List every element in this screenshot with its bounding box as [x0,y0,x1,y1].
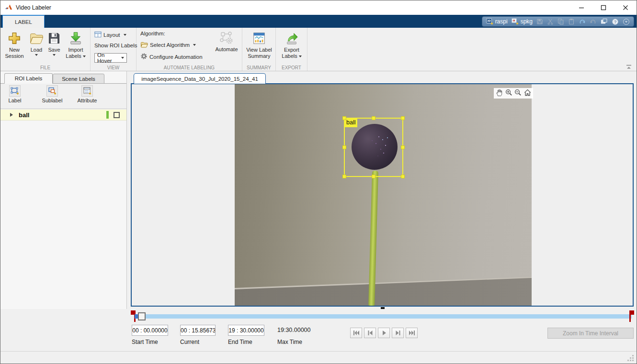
start-time-input[interactable] [132,325,168,336]
window-title: Video Labeler [16,4,51,11]
next-frame-button[interactable] [392,328,404,338]
roi-list-item-ball[interactable]: ball [0,110,126,121]
export-labels-label-wrap: Export Labels [278,47,306,59]
maximize-button[interactable] [592,0,614,15]
zoom-in-button[interactable] [505,88,513,98]
undo-icon[interactable] [579,18,586,25]
zoom-out-button[interactable] [514,88,522,98]
matlab-logo-icon [5,4,12,11]
max-time-label: Max Time [277,339,302,345]
import-labels-label: Import Labels [66,47,83,59]
configure-automation-button[interactable]: Configure Automation [140,53,203,61]
resize-grip[interactable] [627,354,634,361]
paste-icon[interactable] [568,18,575,25]
fit-to-view-button[interactable] [523,88,532,98]
tab-scene-labels[interactable]: Scene Labels [53,74,104,84]
flag-pole [629,310,631,322]
end-time-input[interactable] [228,325,264,336]
section-automate-labeling: Algorithm: Select Algorithm Configure Au… [136,28,242,71]
window-layout-icon[interactable] [601,18,608,25]
algorithm-label: Algorithm: [140,31,165,36]
automate-button[interactable]: Automate [212,29,241,53]
video-display-panel: ball [131,83,634,307]
label-panel-tabs: ROI Labels Scene Labels [0,73,126,84]
toolbar-options-chevron-icon[interactable] [623,18,630,25]
add-label-button[interactable]: Label [3,85,26,103]
current-time-input[interactable] [180,325,216,336]
view-label-summary-button[interactable]: View Label Summary [244,30,274,59]
raspi-label: raspi [495,18,508,25]
chevron-down-icon [35,54,38,56]
quick-save-icon[interactable] [536,18,543,25]
current-time-label: Current [180,339,199,345]
resize-handle-n[interactable] [372,116,375,120]
flag-icon [630,310,634,315]
zoom-in-time-interval-button[interactable]: Zoom In Time Interval [547,328,634,339]
new-session-button[interactable]: New Session [3,30,25,59]
playback-controls [350,328,418,338]
titlebar: Video Labeler [0,0,637,15]
timeline-thumb[interactable] [138,312,146,320]
sequence-tab[interactable]: imageSequence_Data_30_Jul_2020_15_24_41 [134,73,266,84]
previous-frame-button[interactable] [364,328,376,338]
tab-label[interactable]: LABEL [2,15,45,28]
window-controls [570,0,637,15]
automate-label: Automate [215,46,238,53]
pan-button[interactable] [495,88,503,98]
spkg-shortcut-button[interactable]: spkg [512,18,533,25]
ribbon-tab-bar: LABEL raspi spkg ? [0,15,637,28]
end-time-label: End Time [228,339,252,345]
max-time-value: 19:30.00000 [277,327,311,333]
rectangle-roi-icon [114,112,120,118]
zoom-out-icon [514,88,522,98]
timeline-track[interactable] [135,314,632,319]
interval-end-flag[interactable] [629,310,635,322]
go-to-start-button[interactable] [350,328,362,338]
cut-icon[interactable] [547,18,554,25]
algorithm-text: Algorithm: [140,31,165,36]
collapse-ribbon-button[interactable] [625,64,633,69]
layout-button[interactable]: Layout [94,31,126,39]
export-labels-button[interactable]: Export Labels [278,30,306,59]
chevron-down-icon [121,57,124,59]
import-labels-icon [68,30,83,47]
resize-handle-w[interactable] [342,145,346,149]
resize-handle-s[interactable] [372,175,375,178]
load-button[interactable]: Load [28,30,45,56]
copy-icon[interactable] [557,18,564,25]
chevron-down-icon [53,54,56,56]
chevron-down-icon [124,34,126,36]
resize-handle-nw[interactable] [342,116,346,120]
minimize-button[interactable] [570,0,592,15]
resize-handle-e[interactable] [401,145,405,149]
raspi-shortcut-button[interactable]: raspi [486,18,508,25]
sublabel-icon [46,85,58,97]
expand-icon[interactable] [10,113,13,117]
add-attribute-button[interactable]: Attribute [73,85,101,103]
help-icon[interactable]: ? [612,18,619,25]
roi-color-indicator [106,111,109,119]
section-label-file: FILE [0,65,90,70]
redo-icon[interactable] [590,18,597,25]
section-export: Export Labels EXPORT [276,28,307,71]
go-to-end-button[interactable] [406,328,418,338]
on-hover-select[interactable]: On Hover [94,53,127,63]
new-session-label: New Session [3,47,25,59]
save-button[interactable]: Save [46,30,62,56]
select-algorithm-button[interactable]: Select Algorithm [140,41,196,49]
roi-bounding-box[interactable]: ball [344,118,403,177]
close-button[interactable] [614,0,637,15]
layout-label: Layout [103,32,120,38]
show-roi-labels-text: Show ROI Labels [94,43,137,48]
image-toolbar [494,88,533,99]
resize-handle-ne[interactable] [401,116,405,120]
resize-handle-sw[interactable] [342,175,346,178]
tab-roi-labels[interactable]: ROI Labels [4,73,53,84]
video-frame[interactable]: ball [235,84,532,306]
play-button[interactable] [378,328,390,338]
add-sublabel-button[interactable]: Sublabel [39,85,66,103]
resize-handle-se[interactable] [401,175,405,178]
section-summary: View Label Summary SUMMARY [242,28,276,71]
desk-surface [235,277,532,306]
import-labels-button[interactable]: Import Labels [63,30,88,59]
